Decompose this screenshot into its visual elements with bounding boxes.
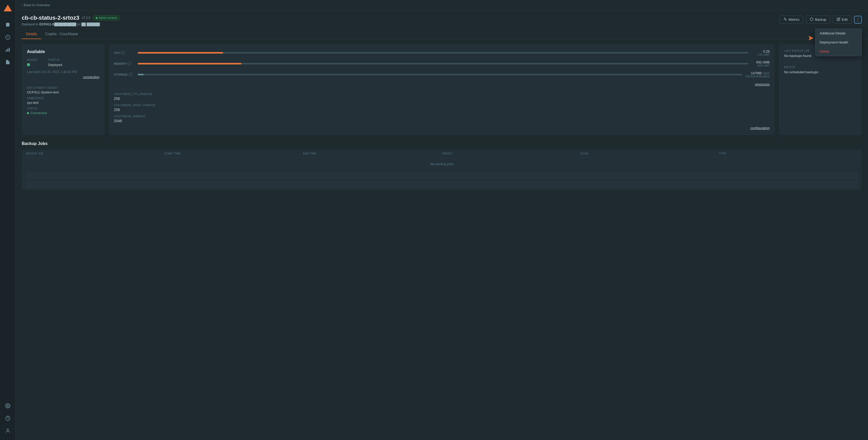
svg-point-6 — [7, 405, 8, 407]
cpu-row: CPU i 0.28 2.00 LIMIT — [114, 50, 770, 56]
chevron-left-icon: ‹ — [22, 3, 23, 7]
storage-bar — [138, 74, 144, 75]
connected-dot-icon — [27, 112, 29, 114]
storage-label: STORAGE i — [114, 73, 134, 76]
deployed-target: OCP411-S██████████ — [39, 23, 76, 26]
sidebar-item-upload[interactable] — [3, 32, 13, 42]
connected-status: Connected — [27, 111, 99, 115]
dropdown-item-deployment-health[interactable]: Deployment Health — [815, 38, 862, 47]
back-to-overview-link[interactable]: ‹ Back to Overview — [22, 3, 862, 7]
page-header: cb-cb-status-2-srtoz3 v7.2.0 latest vers… — [16, 10, 868, 26]
cpu-values: 0.28 2.00 LIMIT — [751, 50, 770, 56]
storage-row: STORAGE i 147MB USED 100.8GB AVAILABLE — [114, 71, 770, 78]
nodes-col: NODES — [27, 58, 38, 67]
title-area: cb-cb-status-2-srtoz3 v7.2.0 latest vers… — [22, 14, 120, 26]
more-icon: ⋮ — [856, 17, 860, 22]
placeholder-row-2 — [26, 181, 858, 189]
version-badge: v7.2.0 — [82, 16, 90, 20]
storage-bar-container — [138, 74, 742, 75]
logo[interactable] — [3, 4, 12, 13]
memory-info-icon[interactable]: i — [128, 62, 131, 65]
page-title: cb-cb-status-2-srtoz3 — [22, 14, 79, 21]
sidebar-item-charts[interactable] — [3, 44, 13, 55]
sidebar-bottom — [3, 401, 13, 436]
table-header: BACKUP JOB START TIME END TIME TARGET LE… — [22, 150, 862, 158]
col-target: TARGET — [442, 152, 581, 155]
tab-details[interactable]: Details — [22, 29, 41, 39]
memory-values: 692.4MB 4GB LIMIT — [751, 60, 770, 67]
col-backup-job: BACKUP JOB — [26, 152, 164, 155]
col-level: LEVEL — [581, 152, 719, 155]
backup-jobs-table: BACKUP JOB START TIME END TIME TARGET LE… — [22, 150, 862, 190]
svg-point-9 — [7, 429, 8, 431]
storage-info-icon[interactable]: i — [129, 73, 132, 76]
backup-button[interactable]: Backup — [806, 15, 830, 24]
col-start-time: START TIME — [164, 152, 303, 155]
memory-label: MEMORY i — [114, 62, 134, 65]
available-title: Available — [27, 50, 99, 54]
memory-bar-container — [138, 63, 748, 64]
cards-row: Available NODES STATUS Deployed Last see… — [22, 44, 862, 135]
sidebar-item-docs[interactable] — [3, 57, 13, 67]
cpu-info-icon[interactable]: i — [121, 51, 124, 55]
deployed-on: ██ ██████ — [81, 23, 100, 26]
page-wrapper: ‹ Back to Overview cb-cb-status-2-srtoz3… — [16, 0, 868, 440]
status-badge: latest version — [93, 15, 120, 21]
sidebar-item-database[interactable] — [3, 20, 13, 30]
empty-row: No backup jobs — [22, 158, 862, 170]
storage-values: 147MB USED 100.8GB AVAILABLE — [745, 71, 770, 78]
dropdown-menu: Additional Details Deployment Health Del… — [815, 29, 862, 56]
connection-link[interactable]: connection — [83, 75, 99, 79]
status-col: STATUS Deployed — [48, 58, 62, 67]
cpu-bar — [138, 52, 223, 54]
metrics-icon — [783, 17, 787, 22]
sidebar-item-settings[interactable] — [3, 401, 13, 411]
available-card: Available NODES STATUS Deployed Last see… — [22, 44, 104, 135]
sidebar-item-help[interactable] — [3, 413, 13, 423]
col-end-time: END TIME — [303, 152, 442, 155]
backup-schedule-item: BACKUP No scheduled backups — [784, 66, 857, 74]
backup-jobs-title: Backup Jobs — [22, 141, 862, 146]
sidebar — [0, 0, 16, 440]
last-seen-text: Last seen Oct 20, 2023, 1:46:32 PM — [27, 70, 99, 74]
status-dot-icon — [96, 17, 98, 19]
dropdown-item-delete[interactable]: Delete — [815, 47, 862, 56]
node-indicator-icon — [27, 63, 30, 66]
cpu-label: CPU i — [114, 51, 134, 55]
tabs: Details Copilot - Couchbase — [16, 29, 868, 39]
col-type: TYPE — [719, 152, 858, 155]
tab-copilot[interactable]: Copilot - Couchbase — [41, 29, 82, 39]
title-row: cb-cb-status-2-srtoz3 v7.2.0 latest vers… — [22, 14, 120, 21]
more-options-button[interactable]: ⋮ — [854, 16, 862, 24]
configuration-link[interactable]: configuration — [114, 126, 770, 130]
sidebar-item-user[interactable] — [3, 426, 13, 436]
svg-marker-0 — [4, 5, 12, 11]
header-actions: Metrics Backup Edit ⋮ — [779, 14, 862, 24]
resources-card: CPU i 0.28 2.00 LIMIT MEMORY i — [109, 44, 775, 135]
svg-rect-5 — [9, 48, 9, 52]
backup-status-card: LAST BACKUP JOB No backups found BACKUP … — [779, 44, 862, 135]
config-section: COUCHBASE_FTS_RAMSIZE 256 COUCHBASE_INDE… — [114, 89, 770, 130]
placeholder-row-1 — [26, 171, 858, 180]
cpu-bar-container — [138, 52, 748, 54]
svg-rect-3 — [6, 50, 6, 52]
memory-bar — [138, 63, 242, 64]
resources-link[interactable]: resources — [755, 82, 770, 86]
dropdown-item-additional-details[interactable]: Additional Details — [815, 29, 862, 38]
memory-row: MEMORY i 692.4MB 4GB LIMIT — [114, 60, 770, 67]
svg-rect-4 — [7, 49, 8, 52]
metrics-button[interactable]: Metrics — [779, 15, 803, 24]
backup-icon — [810, 17, 813, 22]
arrow-pointer-icon: ➤ — [808, 34, 814, 42]
edit-icon — [837, 17, 840, 22]
topbar: ‹ Back to Overview — [16, 0, 868, 10]
content-area: Available NODES STATUS Deployed Last see… — [16, 39, 868, 440]
subtitle: Deployed to OCP411-S██████████ on ██ ███… — [22, 23, 120, 26]
nodes-status-row: NODES STATUS Deployed — [27, 58, 99, 67]
edit-button[interactable]: Edit — [833, 15, 851, 24]
